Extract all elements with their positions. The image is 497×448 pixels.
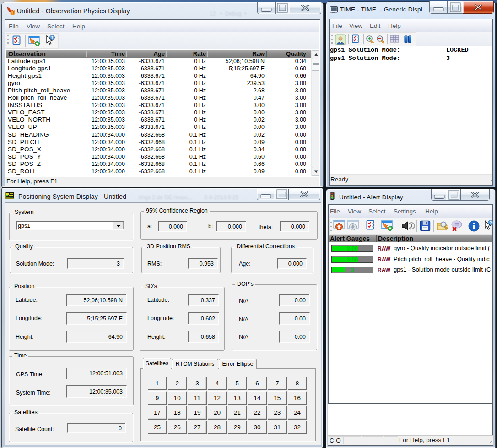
svg-text:?: ? xyxy=(51,35,54,40)
svg-text:?: ? xyxy=(489,220,492,225)
